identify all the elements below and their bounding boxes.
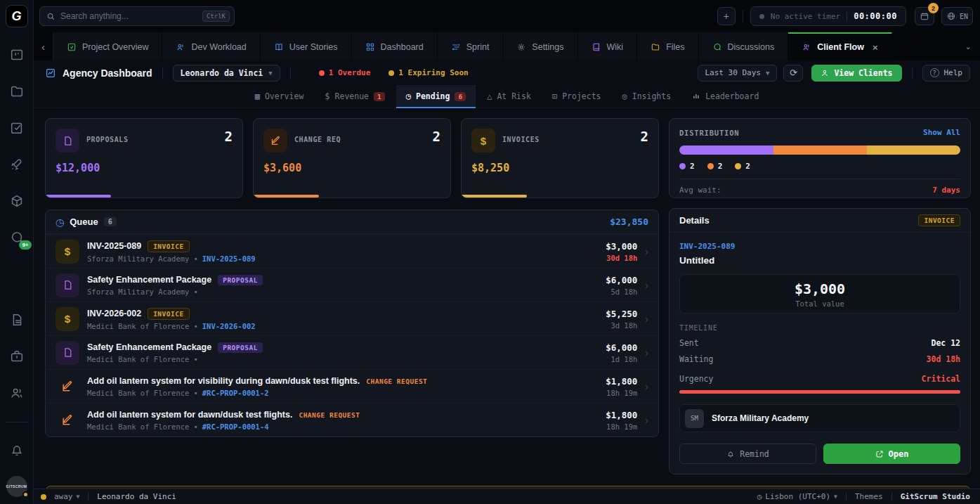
queue-item-ref-link[interactable]: INV-2026-002 — [202, 322, 256, 330]
invoice-dollar-icon: $ — [471, 129, 495, 153]
queue-item-title: Add oil lantern system for dawn/dusk tes… — [87, 410, 292, 420]
show-all-link[interactable]: Show All — [923, 128, 960, 137]
queue-item-wait: 1d 18h — [606, 355, 637, 363]
view-clients-button[interactable]: View Clients — [811, 65, 901, 82]
gitscrum-logo[interactable]: G — [6, 5, 28, 27]
queue-item-ref-link[interactable]: #RC-PROP-0001-2 — [202, 389, 269, 397]
presence-selector[interactable]: away ▼ — [41, 492, 79, 501]
chevron-right-icon: › — [645, 415, 648, 426]
queue-row[interactable]: Safety Enhancement Package PROPOSAL Sfor… — [46, 268, 658, 302]
tab-label: Discussions — [728, 42, 775, 52]
wiki-icon — [592, 42, 601, 52]
chevron-down-icon: ▼ — [268, 70, 272, 77]
tab-files[interactable]: Files — [637, 32, 698, 60]
package-icon[interactable] — [8, 192, 26, 210]
card-count: 2 — [433, 129, 440, 144]
tabs-overflow-button[interactable]: ⌄ — [956, 32, 980, 60]
remind-button[interactable]: Remind — [679, 444, 816, 464]
bell-icon[interactable] — [8, 441, 26, 459]
card-progress-bar — [462, 195, 527, 198]
header-separator — [912, 67, 913, 79]
subtab-leaderboard[interactable]: Leaderboard — [682, 85, 769, 108]
subtab-label: Revenue — [335, 91, 369, 101]
themes-button[interactable]: Themes — [855, 492, 883, 501]
queue-item-client: Sforza Military Academy — [87, 287, 189, 296]
board-icon[interactable] — [8, 46, 26, 64]
queue-item-amount: $1,800 — [606, 410, 637, 420]
status-user-name: Leonardo da Vinci — [97, 492, 176, 501]
total-value: $3,000 — [795, 280, 845, 297]
client-card[interactable]: SM Sforza Military Academy — [679, 404, 960, 432]
search-input[interactable] — [60, 11, 197, 21]
timer-time: 00:00:00 — [854, 11, 897, 21]
overdue-alert[interactable]: 1 Overdue — [319, 68, 371, 77]
tab-dashboard[interactable]: Dashboard — [352, 32, 438, 60]
proposals-segment — [679, 146, 773, 155]
folder-icon[interactable] — [8, 82, 26, 101]
timer-status-dot — [759, 14, 764, 19]
subtab-insights[interactable]: ◎ Insights — [613, 85, 681, 108]
bullet-separator: • — [193, 389, 197, 397]
subtab-badge: 1 — [374, 92, 385, 101]
invoices-card[interactable]: $ INVOICES 2 $8,250 — [461, 118, 659, 198]
tabs-scroll-left[interactable]: ‹ — [34, 32, 53, 60]
total-value-label: Total value — [795, 299, 844, 308]
users-icon[interactable] — [8, 384, 26, 402]
tab-wiki[interactable]: Wiki — [578, 32, 638, 60]
user-avatar[interactable]: GITSCRUM — [6, 476, 27, 497]
queue-item-wait: 5d 18h — [606, 287, 637, 296]
client-selector[interactable]: Leonardo da Vinci ▼ — [173, 65, 280, 82]
rocket-icon[interactable] — [8, 155, 26, 174]
waiting-row: Waiting 30d 18h — [679, 354, 960, 364]
calendar-button[interactable]: 2 — [915, 7, 934, 25]
refresh-button[interactable]: ⟳ — [783, 65, 803, 82]
card-progress-bar — [46, 195, 111, 198]
queue-header: ◷ Queue 6 $23,850 — [46, 210, 658, 234]
details-ref[interactable]: INV-2025-089 — [679, 242, 960, 251]
dashboard-subtabs: ▦ Overview $ Revenue 1 ◷ Pending 6 △ At … — [34, 85, 980, 108]
timezone-selector[interactable]: ◷ Lisbon (UTC+0) ▼ — [757, 492, 837, 501]
tab-settings[interactable]: Settings — [503, 32, 577, 60]
help-button[interactable]: ? Help — [922, 65, 971, 82]
tab-discussions[interactable]: Discussions — [699, 32, 789, 60]
subtab-projects[interactable]: ⊡ Projects — [542, 85, 611, 108]
subtab-pending[interactable]: ◷ Pending 6 — [396, 85, 476, 108]
add-button[interactable]: + — [717, 7, 736, 25]
queue-item-ref-link[interactable]: #RC-PROP-0001-4 — [202, 422, 269, 431]
queue-item-ref-link[interactable]: INV-2025-089 — [202, 254, 256, 263]
urgency-bar — [679, 390, 960, 394]
timer-widget[interactable]: No active timer 00:00:00 — [750, 6, 906, 26]
tab-project-overview[interactable]: Project Overview — [53, 32, 162, 60]
open-button[interactable]: Open — [823, 444, 960, 464]
briefcase-icon[interactable] — [8, 347, 26, 366]
tab-user-stories[interactable]: User Stories — [261, 32, 352, 60]
queue-row[interactable]: $ INV-2026-002 INVOICE Medici Bank of Fl… — [46, 302, 658, 335]
chat-icon[interactable]: 9+ — [8, 228, 26, 247]
queue-row[interactable]: Safety Enhancement Package PROPOSAL Medi… — [46, 335, 658, 369]
queue-row[interactable]: Add oil lantern system for dawn/dusk tes… — [46, 403, 658, 437]
subtab-revenue[interactable]: $ Revenue 1 — [315, 85, 394, 108]
expiring-alert[interactable]: 1 Expiring Soon — [388, 68, 468, 77]
proposals-card[interactable]: PROPOSALS 2 $12,000 — [45, 118, 243, 198]
queue-row[interactable]: $ INV-2025-089 INVOICE Sforza Military A… — [46, 234, 658, 268]
close-tab-icon[interactable]: × — [873, 42, 878, 53]
card-label: PROPOSALS — [86, 136, 129, 143]
document-icon[interactable] — [8, 311, 26, 329]
client-avatar: SM — [685, 409, 704, 428]
subtab-at-risk[interactable]: △ At Risk — [477, 85, 541, 108]
queue-row[interactable]: Add oil lantern system for visibility du… — [46, 369, 658, 403]
tab-client-flow[interactable]: Client Flow × — [788, 32, 891, 60]
change-req-card[interactable]: CHANGE REQ 2 $3,600 — [253, 118, 451, 198]
subtab-overview[interactable]: ▦ Overview — [245, 85, 314, 108]
tab-sprint[interactable]: Sprint — [438, 32, 504, 60]
tasks-icon[interactable] — [8, 119, 26, 137]
type-badge: PROPOSAL — [218, 275, 263, 285]
tab-label: Client Flow — [817, 42, 864, 52]
global-search[interactable]: CtrlK — [39, 6, 235, 26]
timer-divider — [847, 11, 847, 21]
card-label: CHANGE REQ — [294, 136, 341, 143]
clock-icon: ◷ — [55, 217, 64, 228]
tab-dev-workload[interactable]: Dev Workload — [162, 32, 260, 60]
language-button[interactable]: EN — [941, 7, 973, 25]
period-selector[interactable]: Last 30 Days ▼ — [698, 65, 778, 82]
